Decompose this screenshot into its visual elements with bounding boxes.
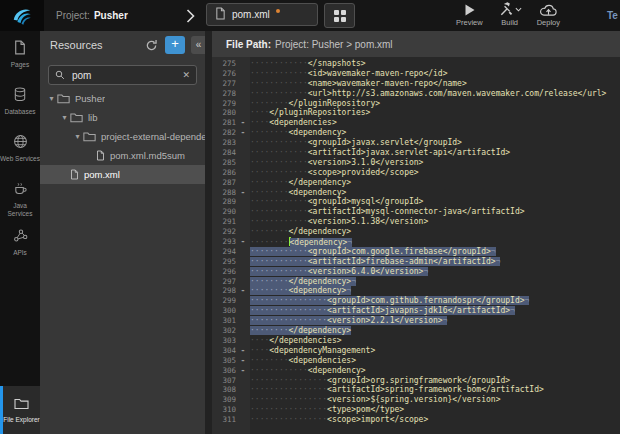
code-line-294[interactable]: 294············<groupId>com.google.fireb… (212, 247, 620, 257)
code-line-307[interactable]: 307················<groupId>org.springfr… (212, 376, 620, 386)
folder-icon (83, 131, 96, 142)
eol-mark: ¬ (525, 296, 530, 305)
code-line-306[interactable]: 306-············<dependency> (212, 366, 620, 376)
line-number: 284 (212, 148, 236, 158)
file-icon (96, 150, 105, 161)
code-line-309[interactable]: 309················<version>${spring.ver… (212, 395, 620, 405)
tree-item-lib[interactable]: ▾lib (40, 108, 205, 127)
fold-widget-icon[interactable]: - (236, 237, 250, 247)
code-line-296[interactable]: 296············<version>6.4.0</version>¬ (212, 267, 620, 277)
search-input[interactable] (70, 69, 177, 82)
caret-down-icon[interactable]: ▾ (72, 132, 83, 141)
code-line-276[interactable]: 276············<id>wavemaker-maven-repo<… (212, 69, 620, 79)
line-number: 311 (212, 415, 236, 425)
top-actions: PreviewBuildDeploy (456, 2, 560, 27)
indent-whitespace: ············ (250, 257, 308, 266)
indent-whitespace: ············ (250, 158, 308, 167)
code-line-293[interactable]: 293-········<dependency>¬ (212, 237, 620, 247)
code-line-310[interactable]: 310················<type>pom</type> (212, 405, 620, 415)
tree-item-project-external-dependencies[interactable]: ▾project-external-dependencies (40, 127, 205, 146)
code-line-280[interactable]: 280····</pluginRepositories> (212, 108, 620, 118)
code-line-288[interactable]: 288-········<dependency> (212, 188, 620, 198)
code-line-303[interactable]: 303····</dependencies> (212, 336, 620, 346)
code-line-284[interactable]: 284············<artifactId>javax.servlet… (212, 148, 620, 158)
sidebar-item-web-services[interactable]: Web Services (0, 125, 40, 172)
fold-widget-icon[interactable]: - (236, 356, 250, 366)
line-number: 291 (212, 217, 236, 227)
refresh-icon (145, 39, 158, 52)
fold-widget-icon[interactable]: - (236, 188, 250, 198)
code-line-277[interactable]: 277············<name>wavemaker-maven-rep… (212, 79, 620, 89)
clear-search-icon[interactable]: ✕ (182, 70, 190, 80)
fold-widget-icon[interactable]: - (236, 366, 250, 376)
fold-widget-icon[interactable]: - (236, 128, 250, 138)
tree-item-pusher[interactable]: ▾Pusher (40, 89, 205, 108)
api-nodes-icon (13, 228, 28, 247)
code-text: <version>2.2.1</version> (327, 316, 443, 325)
truncated-top-label[interactable]: Te (607, 10, 618, 21)
code-line-302[interactable]: 302········</dependency> (212, 326, 620, 336)
code-line-308[interactable]: 308················<artifactId>spring-fr… (212, 385, 620, 395)
code-line-305[interactable]: 305-········<dependencies> (212, 356, 620, 366)
indent-whitespace: ···· (250, 336, 269, 345)
wavemaker-logo[interactable] (0, 0, 44, 31)
eol-mark: ¬ (351, 277, 356, 286)
panel-divider[interactable] (205, 31, 212, 434)
action-label: Preview (456, 18, 483, 27)
code-text: <groupId>com.github.fernandospr</groupId… (327, 296, 524, 305)
code-line-281[interactable]: 281-····<dependencies> (212, 118, 620, 128)
code-line-282[interactable]: 282-········<dependency> (212, 128, 620, 138)
code-area[interactable]: 275············</snapshots>276··········… (212, 57, 620, 434)
code-line-300[interactable]: 300················<artifactId>javapns-j… (212, 306, 620, 316)
code-line-298[interactable]: 298-········<dependency>¬ (212, 286, 620, 296)
build-button[interactable]: Build (498, 2, 522, 27)
code-line-290[interactable]: 290············<artifactId>mysql-connect… (212, 207, 620, 217)
refresh-button[interactable] (143, 37, 159, 53)
caret-down-icon[interactable]: ▾ (46, 94, 57, 103)
sidebar-item-databases[interactable]: Databases (0, 78, 40, 125)
preview-button[interactable]: Preview (456, 2, 483, 27)
tree-item-label: pom.xml (84, 169, 120, 180)
code-line-299[interactable]: 299················<groupId>com.github.f… (212, 296, 620, 306)
sidebar-item-file-explorer[interactable]: File Explorer (0, 386, 40, 434)
code-line-301[interactable]: 301················<version>2.2.1</versi… (212, 316, 620, 326)
sidebar-item-java-services[interactable]: Java Services (0, 172, 40, 219)
code-line-275[interactable]: 275············</snapshots> (212, 59, 620, 69)
line-number: 275 (212, 59, 236, 69)
code-line-297[interactable]: 297········</dependency>¬ (212, 277, 620, 287)
line-number: 279 (212, 99, 236, 109)
code-line-304[interactable]: 304-····<dependencyManagement> (212, 346, 620, 356)
selection-highlight: ················<groupId>com.github.fern… (250, 296, 529, 305)
fold-widget-icon[interactable]: - (236, 286, 250, 296)
line-number: 285 (212, 158, 236, 168)
caret-down-icon[interactable]: ▾ (59, 113, 70, 122)
code-line-295[interactable]: 295············<artifactId>firebase-admi… (212, 257, 620, 267)
fold-widget-icon[interactable]: - (236, 118, 250, 128)
code-line-311[interactable]: 311················<scope>import</scope> (212, 415, 620, 425)
sidebar-item-apis[interactable]: APIs (0, 219, 40, 266)
code-line-291[interactable]: 291············<version>5.1.38</version> (212, 217, 620, 227)
line-number: 310 (212, 405, 236, 415)
sidebar-item-pages[interactable]: Pages (0, 31, 40, 78)
code-line-289[interactable]: 289············<groupId>mysql</groupId> (212, 197, 620, 207)
tree-item-pom-xml-md5sum[interactable]: pom.xml.md5sum (40, 146, 205, 165)
code-text: <scope>import</scope> (327, 415, 428, 424)
fold-widget-icon[interactable]: - (236, 346, 250, 356)
apps-grid-button[interactable] (324, 3, 355, 28)
indent-whitespace: ············ (250, 79, 308, 88)
indent-whitespace: ········ (250, 128, 289, 137)
collapse-panel-button[interactable]: « (191, 36, 205, 54)
code-line-286[interactable]: 286············<scope>provided</scope> (212, 168, 620, 178)
folder-icon (57, 93, 70, 104)
code-line-279[interactable]: 279········</pluginRepository> (212, 99, 620, 109)
code-line-285[interactable]: 285············<version>3.1.0</version> (212, 158, 620, 168)
code-line-292[interactable]: 292········</dependency> (212, 227, 620, 237)
tree-item-pom-xml[interactable]: pom.xml (40, 165, 205, 184)
add-resource-button[interactable]: + (165, 36, 185, 54)
deploy-button[interactable]: Deploy (537, 2, 560, 27)
code-line-278[interactable]: 278············<url>http://s3.amazonaws.… (212, 89, 620, 99)
code-text: <groupId>com.google.firebase</groupId> (308, 247, 491, 256)
code-line-287[interactable]: 287········</dependency> (212, 178, 620, 188)
tab-pom-xml[interactable]: pom.xml (206, 3, 318, 26)
code-line-283[interactable]: 283············<groupId>javax.servlet</g… (212, 138, 620, 148)
